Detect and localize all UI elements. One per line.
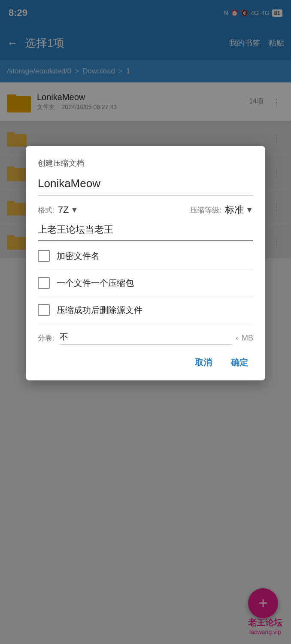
format-level-row: 格式: 7Z ▼ 压缩等级: 标准 ▼ bbox=[38, 204, 253, 216]
create-archive-dialog: 创建压缩文档 LonikaMeow 格式: 7Z ▼ 压缩等级: 标准 ▼ 上老… bbox=[26, 146, 265, 380]
format-group: 格式: 7Z ▼ bbox=[38, 204, 78, 216]
dialog-title: 创建压缩文档 bbox=[38, 158, 253, 168]
format-value: 7Z bbox=[58, 204, 69, 216]
dialog-buttons: 取消 确定 bbox=[38, 353, 253, 372]
divider3 bbox=[38, 324, 253, 324]
format-arrow-icon: ▼ bbox=[70, 206, 78, 215]
split-input[interactable]: 不 bbox=[60, 331, 232, 345]
checkbox-delete-source[interactable] bbox=[38, 304, 50, 316]
split-unit: MB bbox=[242, 334, 253, 343]
checkbox-delete-source-row: 压缩成功后删除源文件 bbox=[38, 304, 253, 316]
divider1 bbox=[38, 270, 253, 270]
checkbox-encrypt-filename-label: 加密文件名 bbox=[57, 250, 100, 262]
divider2 bbox=[38, 297, 253, 297]
confirm-button[interactable]: 确定 bbox=[226, 353, 253, 372]
checkbox-one-file[interactable] bbox=[38, 277, 50, 289]
level-group: 压缩等级: 标准 ▼ bbox=[190, 204, 253, 216]
split-arrow-icon[interactable]: ‹ bbox=[236, 334, 238, 343]
split-label: 分卷: bbox=[38, 333, 55, 343]
checkbox-one-file-label: 一个文件一个压缩包 bbox=[57, 277, 134, 289]
checkbox-one-file-row: 一个文件一个压缩包 bbox=[38, 277, 253, 289]
level-dropdown[interactable]: 标准 ▼ bbox=[225, 204, 253, 216]
checkbox-delete-source-label: 压缩成功后删除源文件 bbox=[57, 304, 142, 316]
level-arrow-icon: ▼ bbox=[246, 206, 253, 215]
level-label: 压缩等级: bbox=[190, 205, 221, 215]
password-field[interactable]: 上老王论坛当老王 bbox=[38, 223, 253, 241]
checkbox-encrypt-filename-row: 加密文件名 bbox=[38, 250, 253, 262]
cancel-button[interactable]: 取消 bbox=[190, 353, 217, 372]
format-label: 格式: bbox=[38, 205, 55, 215]
level-value: 标准 bbox=[225, 204, 244, 216]
split-volume-row: 分卷: 不 ‹ MB bbox=[38, 331, 253, 345]
format-dropdown[interactable]: 7Z ▼ bbox=[58, 204, 79, 216]
checkbox-encrypt-filename[interactable] bbox=[38, 250, 50, 262]
archive-filename[interactable]: LonikaMeow bbox=[38, 177, 253, 196]
